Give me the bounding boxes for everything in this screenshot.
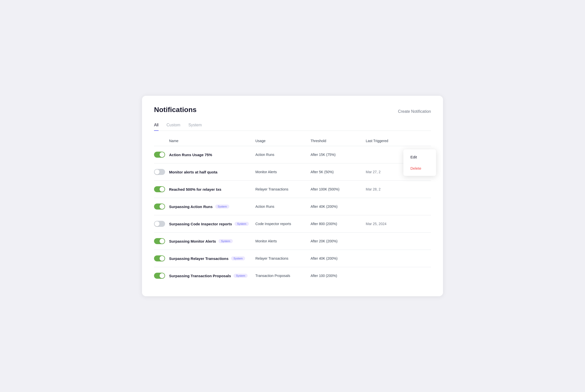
context-menu: Edit Delete (403, 149, 436, 176)
row-threshold: After 40K (200%) (311, 256, 366, 260)
delete-menu-item[interactable]: Delete (403, 163, 436, 174)
toggle-switch[interactable] (154, 169, 165, 175)
row-name: Surpassing Monitor Alerts System (169, 239, 255, 243)
col-toggle (154, 139, 169, 143)
col-last-triggered: Last Triggered (366, 139, 421, 143)
system-badge: System (234, 274, 248, 278)
table-row: Surpassing Relayer Transactions System R… (154, 250, 431, 267)
toggle-knob (160, 256, 165, 261)
toggle-knob (155, 169, 160, 174)
toggle-knob (160, 187, 165, 192)
row-threshold: After 800 (200%) (311, 222, 366, 226)
row-name: Monitor alerts at half quota (169, 170, 255, 174)
row-threshold: After 100K (500%) (311, 187, 366, 191)
row-usage: Action Runs (255, 153, 311, 157)
row-name: Surpassing Code Inspector reports System (169, 222, 255, 226)
toggle-switch[interactable] (154, 186, 165, 192)
system-badge: System (235, 222, 249, 226)
table-row: Surpassing Action Runs System Action Run… (154, 198, 431, 215)
toggle-cell (154, 169, 169, 175)
page-header: Notifications Create Notification (154, 106, 431, 116)
toggle-switch[interactable] (154, 238, 165, 244)
toggle-switch[interactable] (154, 255, 165, 261)
col-actions (421, 139, 431, 143)
table-row: Reached 500% for relayer txs Relayer Tra… (154, 181, 431, 198)
toggle-cell (154, 152, 169, 158)
row-name: Surpassing Action Runs System (169, 205, 255, 209)
toggle-cell (154, 204, 169, 210)
row-usage: Code Inspector reports (255, 222, 311, 226)
toggle-cell (154, 238, 169, 244)
col-name: Name (169, 139, 255, 143)
row-usage: Relayer Transactions (255, 187, 311, 191)
toggle-cell (154, 273, 169, 279)
row-usage: Monitor Alerts (255, 239, 311, 243)
tabs-container: All Custom System (154, 123, 431, 131)
table-header: Name Usage Threshold Last Triggered (154, 139, 431, 146)
system-badge: System (231, 256, 245, 260)
toggle-knob (160, 204, 165, 209)
system-badge: System (215, 205, 230, 209)
toggle-cell (154, 221, 169, 227)
row-name: Surpassing Relayer Transactions System (169, 256, 255, 261)
row-last-triggered: Mar 28, 2 (366, 187, 421, 191)
row-threshold: After 20K (200%) (311, 239, 366, 243)
row-name: Action Runs Usage 75% (169, 153, 255, 157)
toggle-switch[interactable] (154, 221, 165, 227)
row-threshold: After 5K (50%) (311, 170, 366, 174)
table-row: Action Runs Usage 75% Action Runs After … (154, 146, 431, 163)
row-threshold: After 15K (75%) (311, 153, 366, 157)
edit-menu-item[interactable]: Edit (403, 151, 436, 163)
tab-system[interactable]: System (188, 123, 202, 131)
toggle-knob (160, 239, 165, 244)
tab-custom[interactable]: Custom (167, 123, 180, 131)
row-name: Surpassing Transaction Proposals System (169, 274, 255, 278)
toggle-knob (155, 221, 160, 226)
row-threshold: After 100 (200%) (311, 274, 366, 278)
create-notification-button[interactable]: Create Notification (398, 107, 431, 116)
table-row: Monitor alerts at half quota Monitor Ale… (154, 163, 431, 181)
row-usage: Action Runs (255, 205, 311, 209)
system-badge: System (218, 239, 233, 243)
tab-all[interactable]: All (154, 123, 159, 131)
row-threshold: After 40K (200%) (311, 205, 366, 209)
table-row: Surpassing Transaction Proposals System … (154, 267, 431, 284)
toggle-knob (160, 152, 165, 157)
toggle-cell (154, 255, 169, 261)
row-usage: Relayer Transactions (255, 256, 311, 260)
row-usage: Monitor Alerts (255, 170, 311, 174)
toggle-switch[interactable] (154, 204, 165, 210)
col-threshold: Threshold (311, 139, 366, 143)
col-usage: Usage (255, 139, 311, 143)
toggle-switch[interactable] (154, 152, 165, 158)
table-row: Surpassing Code Inspector reports System… (154, 215, 431, 233)
notifications-card: Notifications Create Notification All Cu… (142, 96, 443, 296)
toggle-switch[interactable] (154, 273, 165, 279)
row-usage: Transaction Proposals (255, 274, 311, 278)
toggle-cell (154, 186, 169, 192)
toggle-knob (160, 273, 165, 278)
row-last-triggered: Mar 25, 2024 (366, 222, 421, 226)
row-name: Reached 500% for relayer txs (169, 187, 255, 191)
page-title: Notifications (154, 106, 197, 114)
table-row: Surpassing Monitor Alerts System Monitor… (154, 233, 431, 250)
